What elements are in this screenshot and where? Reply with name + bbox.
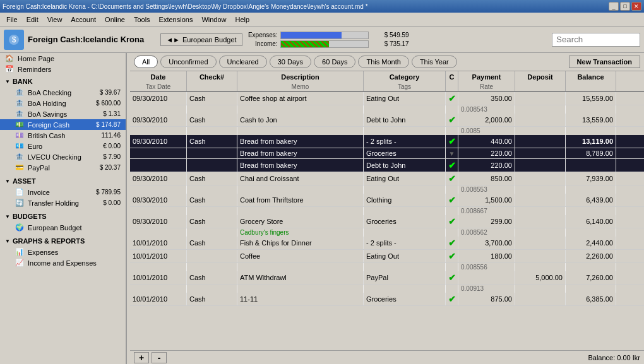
search-input[interactable] — [552, 33, 640, 47]
asset-section-header[interactable]: ▼ ASSET — [0, 175, 126, 187]
check-4: Cash — [187, 172, 237, 185]
sidebar-item-european-budget[interactable]: 🌍 European Budget — [0, 222, 126, 233]
sidebar-item-invoice[interactable]: 📄 Invoice $ 789.95 — [0, 187, 126, 197]
sub-rate-9: 0.00913 — [458, 285, 515, 293]
tab-30days[interactable]: 30 Days — [270, 56, 311, 68]
sub-rate-1: 0.008543 — [458, 105, 515, 114]
transaction-row-2[interactable]: 09/30/2010 Cash Cash to Jon Debt to John… — [130, 114, 644, 127]
transaction-row-8[interactable]: 10/01/2010 Coffee Eating Out ✔ 180.00 2,… — [130, 250, 644, 263]
sidebar-item-british-cash[interactable]: 💷 British Cash 111.46 — [0, 130, 126, 141]
sidebar-item-transfer-holding[interactable]: 🔄 Transfer Holding $ 0.00 — [0, 197, 126, 208]
transaction-row-10[interactable]: 10/01/2010 Cash 11-11 Groceries ✔ 875.00… — [130, 293, 644, 306]
col-category: Category — [364, 71, 446, 83]
tab-unconfirmed[interactable]: Unconfirmed — [160, 56, 216, 68]
deposit-5 — [515, 194, 566, 206]
new-transaction-button[interactable]: New Transaction — [569, 56, 640, 68]
menu-tools[interactable]: Tools — [130, 15, 154, 25]
tab-60days[interactable]: 60 Days — [314, 56, 355, 68]
bank-section-header[interactable]: ▼ BANK — [0, 76, 126, 87]
table-row[interactable]: 09/30/2010 Cash Grocery Store Groceries … — [130, 215, 644, 237]
menu-window[interactable]: Window — [198, 15, 230, 25]
euro-label: Euro — [28, 143, 42, 150]
deposit-6 — [515, 215, 566, 228]
sidebar-item-lvecu[interactable]: 🏦 LVECU Checking $ 7.90 — [0, 151, 126, 162]
graphs-section-header[interactable]: ▼ GRAPHS & REPORTS — [0, 235, 126, 247]
menu-account[interactable]: Account — [67, 15, 100, 25]
date-3: 09/30/2010 — [130, 135, 187, 148]
menu-view[interactable]: View — [44, 15, 66, 25]
invoice-icon: 📄 — [15, 188, 24, 196]
transaction-row-4[interactable]: 09/30/2010 Cash Chai and Croissant Eatin… — [130, 172, 644, 185]
euro-icon: 💶 — [15, 142, 24, 150]
table-row[interactable]: 09/30/2010 Cash Chai and Croissant Eatin… — [130, 172, 644, 194]
deposit-4 — [515, 172, 566, 185]
tab-all[interactable]: All — [134, 56, 158, 68]
table-row[interactable]: 10/01/2010 Cash Fish & Chips for Dinner … — [130, 237, 644, 250]
british-cash-amount: 111.46 — [101, 132, 121, 139]
table-row[interactable]: 09/30/2010 Cash Bread from bakery - 2 sp… — [130, 135, 644, 172]
title-bar-text: Foreign Cash:Icelandic Krona - C:\Docume… — [3, 3, 368, 10]
check-10: Cash — [187, 293, 237, 305]
add-transaction-button[interactable]: + — [134, 352, 149, 363]
payment-6: 299.00 — [458, 215, 515, 228]
sidebar-item-home[interactable]: 🏠 Home Page — [0, 53, 126, 64]
split-category-1: Groceries — [364, 148, 446, 158]
sidebar-item-boa-holding[interactable]: 🏦 BoA Holding $ 600.00 — [0, 98, 126, 109]
foreign-cash-icon: 💵 — [15, 120, 24, 129]
col-balance-sub — [566, 83, 616, 91]
table-row[interactable]: 09/30/2010 Cash Coffee shop at airport E… — [130, 92, 644, 114]
desc-7: Fish & Chips for Dinner — [237, 237, 364, 249]
split-payment-2: 220.00 — [458, 159, 515, 172]
graphs-section-label: GRAPHS & REPORTS — [13, 237, 85, 245]
check-5: Cash — [187, 194, 237, 206]
table-row[interactable]: 10/01/2010 Cash ATM Withdrawl PayPal ✔ 5… — [130, 271, 644, 293]
menu-bar: File Edit View Account Online Tools Exte… — [0, 13, 644, 26]
check-2: Cash — [187, 114, 237, 126]
table-row[interactable]: 10/01/2010 Coffee Eating Out ✔ 180.00 2,… — [130, 250, 644, 271]
table-row[interactable]: 09/30/2010 Cash Coat from Thriftstore Cl… — [130, 194, 644, 215]
menu-online[interactable]: Online — [101, 15, 129, 25]
sidebar-item-boa-savings[interactable]: 🏦 BoA Savings $ 1.31 — [0, 109, 126, 119]
transaction-row-3[interactable]: 09/30/2010 Cash Bread from bakery - 2 sp… — [130, 135, 644, 148]
category-6: Groceries — [364, 215, 446, 228]
sidebar-item-foreign-cash[interactable]: 💵 Foreign Cash $ 174.87 — [0, 119, 126, 130]
desc-9: ATM Withdrawl — [237, 271, 364, 284]
budgets-section-header[interactable]: ▼ BUDGETS — [0, 211, 126, 222]
menu-edit[interactable]: Edit — [23, 15, 42, 25]
payment-7: 3,700.00 — [458, 237, 515, 249]
remove-transaction-button[interactable]: - — [152, 352, 167, 363]
menu-extensions[interactable]: Extensions — [155, 15, 197, 25]
table-scroll[interactable]: 09/30/2010 Cash Coffee shop at airport E… — [130, 92, 644, 350]
sub-row-6: Cadbury's fingers 0.008562 — [130, 228, 644, 237]
split-row-2[interactable]: Bread from bakery Debt to John ✔ 220.00 — [130, 159, 644, 172]
budget-button[interactable]: ◄► European Budget — [160, 33, 242, 46]
sidebar-item-income-expenses[interactable]: 📈 Income and Expenses — [0, 257, 126, 268]
transaction-row-1[interactable]: 09/30/2010 Cash Coffee shop at airport E… — [130, 92, 644, 105]
close-button[interactable]: ✕ — [631, 2, 641, 11]
tab-this-year[interactable]: This Year — [412, 56, 457, 68]
tab-this-month[interactable]: This Month — [358, 56, 408, 68]
menu-file[interactable]: File — [3, 15, 21, 25]
invoice-label: Invoice — [28, 189, 50, 196]
minimize-button[interactable]: _ — [609, 2, 619, 11]
boa-holding-label: BoA Holding — [28, 100, 66, 107]
maximize-button[interactable]: □ — [620, 2, 630, 11]
date-9: 10/01/2010 — [130, 271, 187, 284]
transaction-row-5[interactable]: 09/30/2010 Cash Coat from Thriftstore Cl… — [130, 194, 644, 207]
sidebar-item-reminders[interactable]: 📅 Reminders — [0, 64, 126, 74]
table-row[interactable]: 10/01/2010 Cash 11-11 Groceries ✔ 875.00… — [130, 293, 644, 306]
sidebar-item-paypal[interactable]: 💳 PayPal $ 20.37 — [0, 162, 126, 173]
sidebar-item-boa-checking[interactable]: 🏦 BoA Checking $ 39.67 — [0, 87, 126, 98]
split-row-1[interactable]: Bread from bakery Groceries ▼ 220.00 8,7… — [130, 148, 644, 159]
transaction-row-9[interactable]: 10/01/2010 Cash ATM Withdrawl PayPal ✔ 5… — [130, 271, 644, 285]
transaction-row-7[interactable]: 10/01/2010 Cash Fish & Chips for Dinner … — [130, 237, 644, 250]
menu-help[interactable]: Help — [232, 15, 254, 25]
transaction-row-6[interactable]: 09/30/2010 Cash Grocery Store Groceries … — [130, 215, 644, 228]
sidebar-item-expenses[interactable]: 📊 Expenses — [0, 247, 126, 257]
check-mark-2: ✔ — [448, 115, 456, 125]
tab-uncleared[interactable]: Uncleared — [219, 56, 267, 68]
boa-savings-amount: $ 1.31 — [103, 110, 121, 117]
balance-status: Balance: 0.00 Ikr — [588, 354, 640, 361]
table-row[interactable]: 09/30/2010 Cash Cash to Jon Debt to John… — [130, 114, 644, 135]
sidebar-item-euro[interactable]: 💶 Euro € 0.00 — [0, 141, 126, 151]
